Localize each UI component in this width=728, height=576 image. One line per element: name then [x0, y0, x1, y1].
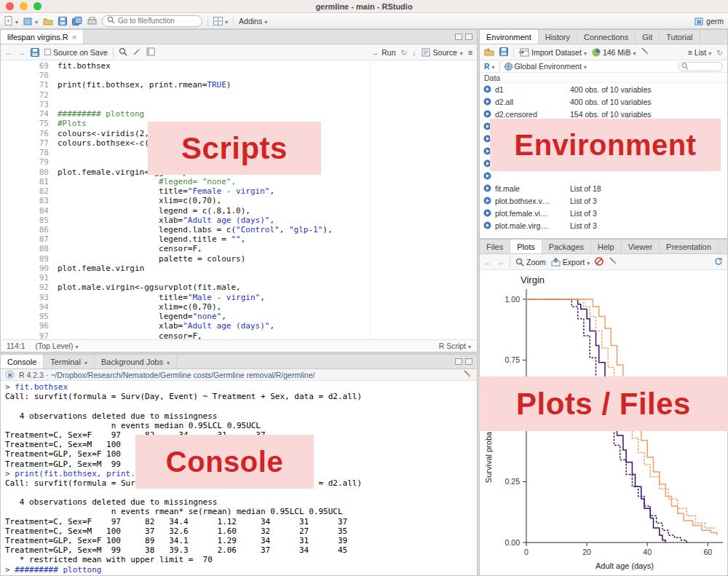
tab-presentation[interactable]: Presentation — [660, 240, 719, 253]
environment-tabbar: Environment History Connections Git Tuto… — [480, 30, 727, 44]
svg-text:40: 40 — [643, 548, 652, 556]
object-expand-icon[interactable] — [483, 184, 491, 192]
new-file-button[interactable]: + — [4, 16, 18, 25]
scope-selector[interactable]: (Top Level) — [36, 342, 79, 350]
refresh-plot-icon[interactable] — [714, 257, 723, 267]
source-button[interactable]: Source — [422, 48, 463, 57]
tab-console[interactable]: Console — [1, 355, 44, 368]
environment-object-row[interactable]: plot.male.virg…List of 3 — [480, 219, 727, 232]
file-type-selector[interactable]: R Script — [439, 342, 471, 350]
object-value: List of 18 — [570, 184, 601, 193]
environment-object-row[interactable]: plot.female.vi…List of 3 — [480, 207, 727, 219]
import-table-icon — [519, 48, 529, 57]
editor-toolbar: ← → Source on Save →Run ↻ ↓ Source ≡ — [1, 44, 477, 60]
refresh-environment-icon[interactable]: ↻ — [716, 48, 723, 57]
console-line: Treatment=C, Sex=F 97 82 34.4 1.12 34 31… — [5, 517, 477, 526]
object-expand-icon[interactable] — [483, 197, 491, 205]
export-plot-button[interactable]: Export — [551, 258, 590, 267]
code-line: 94 xlim=c(0,70), — [1, 302, 477, 312]
tab-connections[interactable]: Connections — [577, 30, 636, 44]
object-name: plot.bothsex.v… — [491, 197, 570, 205]
save-workspace-icon[interactable] — [499, 47, 508, 58]
environment-object-row[interactable]: d1400 obs. of 10 variables — [480, 83, 727, 95]
tab-environment[interactable]: Environment — [480, 30, 539, 44]
editor-tab[interactable]: lifespan virgins.R — [1, 30, 84, 44]
new-project-button[interactable] — [23, 17, 38, 25]
language-selector[interactable]: R — [484, 62, 495, 71]
tab-tutorial[interactable]: Tutorial — [660, 30, 700, 44]
memory-pie-icon — [592, 48, 601, 57]
tab-packages[interactable]: Packages — [542, 240, 591, 253]
object-expand-icon[interactable] — [483, 172, 491, 180]
goto-file-search[interactable] — [102, 15, 202, 27]
save-file-button[interactable] — [31, 48, 39, 57]
tab-git[interactable]: Git — [636, 30, 660, 44]
back-icon[interactable]: ← — [5, 48, 13, 57]
tab-background-jobs[interactable]: Background Jobs — [95, 355, 177, 368]
console-line: Treatment=GLP, Sex=M 99 38 39.3 2.06 37 … — [5, 545, 477, 555]
close-icon[interactable] — [72, 33, 76, 42]
clear-environment-icon[interactable] — [641, 47, 650, 58]
list-view-button[interactable]: ≡List — [688, 48, 712, 57]
tab-viewer[interactable]: Viewer — [622, 240, 660, 253]
forward-icon[interactable]: → — [18, 48, 26, 57]
plots-tabbar: Files Plots Packages Help Viewer Present… — [480, 240, 727, 254]
zoom-plot-button[interactable]: Zoom — [515, 258, 546, 267]
tab-files[interactable]: Files — [480, 240, 510, 253]
search-icon — [681, 63, 689, 70]
object-expand-icon[interactable] — [483, 98, 491, 106]
code-editor[interactable]: 69fit.bothsex7071print(fit.bothsex, prin… — [1, 61, 477, 339]
find-icon[interactable] — [119, 47, 127, 58]
goto-file-input[interactable] — [118, 17, 198, 25]
environment-object-row[interactable]: d2.all400 obs. of 10 variables — [480, 95, 727, 108]
code-line: 74######### plottong — [1, 109, 477, 119]
save-button[interactable] — [58, 17, 67, 25]
object-expand-icon[interactable] — [483, 110, 491, 118]
environment-object-row[interactable]: fit.maleList of 18 — [480, 182, 727, 194]
clear-plots-icon[interactable] — [609, 256, 618, 267]
object-expand-icon[interactable] — [483, 221, 491, 229]
print-button[interactable] — [87, 17, 97, 25]
outline-icon[interactable]: ≡ — [468, 48, 472, 57]
workspace-panes-button[interactable] — [213, 17, 228, 25]
console-working-directory[interactable]: R 4.2.3 · ~/Dropbox/Research/Nematode/Ge… — [19, 371, 314, 379]
maximize-pane-button[interactable] — [465, 33, 472, 40]
rerun-icon[interactable]: ↻ — [401, 48, 408, 57]
save-all-button[interactable] — [72, 17, 82, 25]
console-line: n events median 0.95LCL 0.95UCL — [5, 421, 477, 430]
code-line: 70 — [1, 71, 477, 80]
import-dataset-button[interactable]: Import Dataset — [519, 48, 587, 57]
tab-history[interactable]: History — [539, 30, 577, 44]
environment-search[interactable] — [678, 62, 723, 71]
project-icon: R — [695, 17, 704, 25]
object-expand-icon[interactable] — [483, 85, 491, 93]
open-file-button[interactable] — [43, 17, 53, 25]
tab-terminal[interactable]: Terminal — [44, 355, 95, 368]
project-menu[interactable]: Rgerm — [695, 17, 724, 25]
run-button[interactable]: →Run — [371, 48, 396, 57]
next-plot-icon[interactable]: → — [497, 258, 505, 267]
minimize-pane-button[interactable] — [455, 33, 462, 40]
clear-console-icon[interactable] — [463, 369, 472, 380]
source-on-save-checkbox[interactable]: Source on Save — [44, 48, 108, 57]
addins-menu[interactable]: Addins — [239, 17, 267, 25]
console-line: > fit.bothsex — [5, 382, 477, 392]
maximize-pane-button[interactable] — [465, 358, 472, 365]
remove-plot-icon[interactable] — [595, 257, 604, 267]
tab-help[interactable]: Help — [591, 240, 622, 253]
code-tools-icon[interactable] — [132, 47, 141, 58]
environment-object-row[interactable]: plot.bothsex.v…List of 3 — [480, 194, 727, 207]
tab-plots[interactable]: Plots — [510, 240, 542, 253]
run-next-icon[interactable]: ↓ — [412, 48, 416, 57]
load-workspace-icon[interactable] — [484, 47, 494, 58]
environment-object-row[interactable] — [480, 170, 727, 182]
previous-plot-icon[interactable]: ← — [484, 258, 492, 267]
environment-selector[interactable]: Global Environment — [505, 62, 587, 71]
memory-usage-button[interactable]: 146 MiB — [592, 48, 636, 57]
environment-section-header: Data — [480, 73, 727, 83]
cursor-position: 114:1 — [7, 342, 25, 350]
compile-report-icon[interactable] — [146, 47, 155, 58]
object-expand-icon[interactable] — [483, 209, 491, 217]
minimize-pane-button[interactable] — [455, 358, 462, 365]
console-line: 4 observations deleted due to missingnes… — [5, 411, 477, 421]
